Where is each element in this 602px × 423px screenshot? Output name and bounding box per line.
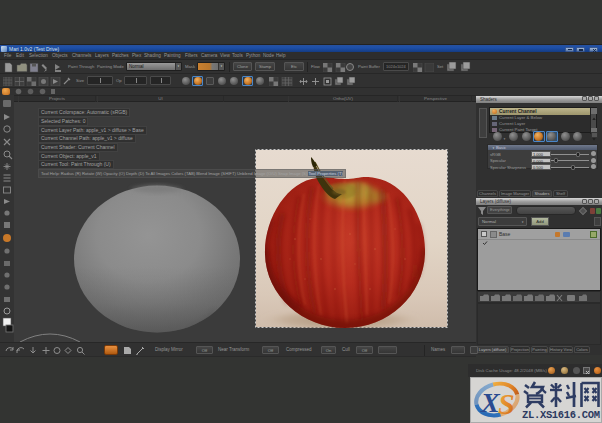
svg-text:S: S <box>498 387 515 420</box>
svg-text:ZL.XS1616.COM: ZL.XS1616.COM <box>522 409 600 421</box>
